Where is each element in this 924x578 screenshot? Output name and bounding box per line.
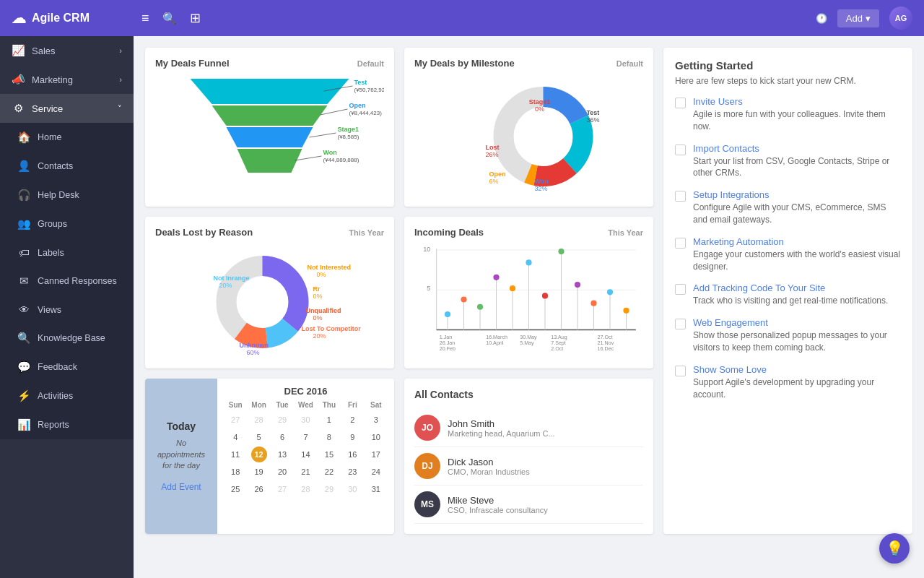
sidebar-item-canned[interactable]: ✉ Canned Responses bbox=[0, 267, 134, 296]
sidebar-item-marketing[interactable]: 📣 Marketing › bbox=[0, 65, 134, 94]
groups-icon: 👥 bbox=[17, 217, 30, 230]
calendar-day[interactable]: 29 bbox=[321, 481, 337, 497]
calendar-day[interactable]: 25 bbox=[227, 481, 243, 497]
gs-checkbox-5[interactable] bbox=[675, 319, 686, 329]
svg-text:20%: 20% bbox=[313, 332, 326, 340]
calendar-day[interactable]: 15 bbox=[321, 447, 337, 462]
svg-text:60%: 60% bbox=[247, 349, 260, 356]
calendar-day[interactable]: 27 bbox=[274, 481, 290, 497]
gs-desc-2: Configure Agile with your CMS, eCommerce… bbox=[693, 202, 901, 226]
gs-title-6[interactable]: Show Some Love bbox=[693, 364, 901, 375]
calendar-day[interactable]: 22 bbox=[321, 464, 337, 480]
calendar-day[interactable]: 4 bbox=[227, 429, 243, 445]
add-event-link[interactable]: Add Event bbox=[161, 482, 201, 492]
sidebar-item-service[interactable]: ⚙ Service ˅ bbox=[0, 94, 134, 123]
calendar-day[interactable]: 3 bbox=[368, 412, 384, 428]
gs-item-2: Setup Integrations Configure Agile with … bbox=[675, 189, 901, 226]
contact-item-2[interactable]: MS Mike Steve CSO, Infrascale consultanc… bbox=[414, 486, 643, 524]
gs-title-5[interactable]: Web Engagement bbox=[693, 317, 901, 328]
calendar-day[interactable]: 17 bbox=[368, 447, 384, 462]
funnel-chart: Test (¥50,762,923) Open (¥8,444,423) Sta… bbox=[155, 72, 384, 194]
calendar-day[interactable]: 5 bbox=[251, 429, 267, 445]
calendar-day[interactable]: 6 bbox=[274, 429, 290, 445]
svg-point-71 bbox=[558, 249, 564, 254]
calendar-day[interactable]: 14 bbox=[297, 447, 313, 462]
gs-checkbox-4[interactable] bbox=[675, 284, 686, 295]
avatar[interactable]: AG bbox=[889, 7, 912, 30]
calendar-day[interactable]: 31 bbox=[368, 481, 384, 497]
sidebar-item-activities[interactable]: ⚡ Activities bbox=[0, 381, 134, 410]
calendar-day[interactable]: 2 bbox=[344, 412, 360, 428]
knowledge-icon: 🔍 bbox=[17, 332, 30, 345]
sidebar-item-reports[interactable]: 📊 Reports bbox=[0, 410, 134, 439]
calendar-day[interactable]: 28 bbox=[251, 412, 267, 428]
chat-bubble[interactable]: 💡 bbox=[879, 533, 910, 564]
svg-text:Test: Test bbox=[354, 79, 367, 86]
svg-point-63 bbox=[493, 275, 499, 280]
sidebar-item-contacts[interactable]: 👤 Contacts bbox=[0, 152, 134, 181]
contact-item-0[interactable]: JO John Smith Marketing head, Aquarium C… bbox=[414, 409, 643, 447]
sidebar-item-home[interactable]: 🏠 Home bbox=[0, 123, 134, 152]
gs-checkbox-2[interactable] bbox=[675, 191, 686, 202]
svg-text:Won: Won bbox=[535, 178, 549, 185]
svg-line-10 bbox=[310, 133, 336, 137]
calendar-day[interactable]: 19 bbox=[251, 464, 267, 480]
svg-text:(¥44,889,888): (¥44,889,888) bbox=[323, 157, 359, 163]
gs-checkbox-1[interactable] bbox=[675, 144, 686, 155]
sidebar-item-helpdesk[interactable]: 🎧 Help Desk bbox=[0, 181, 134, 210]
search-icon[interactable]: 🔍 bbox=[162, 12, 177, 25]
list-icon[interactable]: ≡ bbox=[141, 11, 149, 26]
milestone-card: My Deals by Milestone Default bbox=[404, 48, 653, 207]
sidebar-item-feedback[interactable]: 💬 Feedback bbox=[0, 353, 134, 381]
calendar-day[interactable]: 7 bbox=[297, 429, 313, 445]
sidebar-item-groups[interactable]: 👥 Groups bbox=[0, 210, 134, 238]
calendar-day[interactable]: 23 bbox=[344, 464, 360, 480]
history-icon[interactable]: 🕐 bbox=[816, 13, 827, 24]
calendar-day[interactable]: 26 bbox=[251, 481, 267, 497]
gs-checkbox-0[interactable] bbox=[675, 98, 686, 108]
getting-started-items: Invite Users Agile is more fun with your… bbox=[675, 96, 901, 400]
add-button[interactable]: Add ▾ bbox=[837, 9, 879, 27]
calendar-day[interactable]: 11 bbox=[227, 447, 243, 462]
calendar-day[interactable]: 29 bbox=[274, 412, 290, 428]
contact-item-1[interactable]: DJ Dick Jason CMO, Moran Industries bbox=[414, 447, 643, 486]
sidebar-item-labels[interactable]: 🏷 Labels bbox=[0, 238, 134, 267]
sidebar-item-views[interactable]: 👁 Views bbox=[0, 296, 134, 324]
calendar-day[interactable]: 8 bbox=[321, 429, 337, 445]
gs-item-6: Show Some Love Support Agile's developme… bbox=[675, 364, 901, 401]
sidebar-item-knowledge[interactable]: 🔍 Knowledge Base bbox=[0, 324, 134, 353]
gs-item-3: Marketing Automation Engage your custome… bbox=[675, 236, 901, 273]
svg-marker-1 bbox=[212, 105, 328, 126]
views-icon: 👁 bbox=[17, 303, 30, 316]
calendar-day[interactable]: 28 bbox=[297, 481, 313, 497]
svg-text:32%: 32% bbox=[535, 185, 548, 192]
calendar-day[interactable]: 21 bbox=[297, 464, 313, 480]
calendar-day[interactable]: 10 bbox=[368, 429, 384, 445]
gs-title-2[interactable]: Setup Integrations bbox=[693, 189, 901, 200]
calendar-day[interactable]: 27 bbox=[227, 412, 243, 428]
getting-started-title: Getting Started bbox=[675, 59, 901, 72]
calendar-day[interactable]: 9 bbox=[344, 429, 360, 445]
calendar-day[interactable]: 24 bbox=[368, 464, 384, 480]
gs-title-4[interactable]: Add Tracking Code To Your Site bbox=[693, 282, 888, 293]
svg-text:Unqualified: Unqualified bbox=[306, 307, 341, 314]
calendar-day[interactable]: 30 bbox=[297, 412, 313, 428]
calendar-day[interactable]: 20 bbox=[274, 464, 290, 480]
contact-avatar-1: DJ bbox=[414, 453, 440, 479]
gs-checkbox-3[interactable] bbox=[675, 238, 686, 249]
svg-text:0%: 0% bbox=[535, 105, 544, 113]
calendar-day[interactable]: 18 bbox=[227, 464, 243, 480]
calendar-day[interactable]: 16 bbox=[344, 447, 360, 462]
calendar-day[interactable]: 13 bbox=[274, 447, 290, 462]
calendar-day[interactable]: 12 bbox=[251, 447, 267, 462]
grid-icon[interactable]: ⊞ bbox=[190, 10, 201, 26]
sidebar-item-sales[interactable]: 📈 Sales › bbox=[0, 36, 134, 65]
calendar-day[interactable]: 1 bbox=[321, 412, 337, 428]
gs-title-1[interactable]: Import Contacts bbox=[693, 143, 901, 154]
svg-point-69 bbox=[542, 293, 548, 298]
gs-title-0[interactable]: Invite Users bbox=[693, 96, 901, 107]
gs-title-3[interactable]: Marketing Automation bbox=[693, 236, 901, 247]
chevron-down-icon: ˅ bbox=[118, 104, 122, 113]
gs-checkbox-6[interactable] bbox=[675, 366, 686, 376]
calendar-day[interactable]: 30 bbox=[344, 481, 360, 497]
